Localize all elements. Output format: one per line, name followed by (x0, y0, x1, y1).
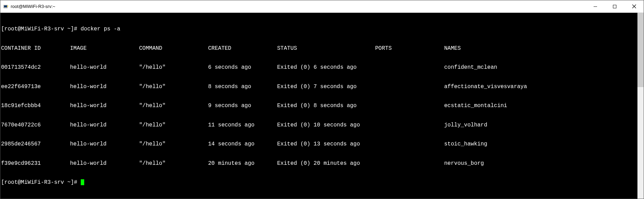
svg-rect-1 (4, 6, 7, 7)
prompt: [root@MiWiFi-R3-srv ~]# (1, 26, 80, 32)
cell-container-id: 2985de246567 (1, 141, 70, 148)
window-controls (586, 0, 644, 12)
cell-created: 6 seconds ago (208, 64, 277, 71)
cell-created: 20 minutes ago (208, 160, 277, 167)
table-row: 18c91efcbbb4hello-world"/hello"9 seconds… (1, 103, 637, 109)
cell-image: hello-world (70, 141, 139, 148)
cell-ports (375, 64, 444, 71)
cell-names: confident_mclean (444, 64, 637, 71)
header-image: IMAGE (70, 45, 139, 52)
cell-image: hello-world (70, 122, 139, 129)
cell-names: nervous_borg (444, 160, 637, 167)
command-line-2: [root@MiWiFi-R3-srv ~]# (1, 179, 637, 186)
cell-ports (375, 141, 444, 148)
table-row: f39e9cd96231hello-world"/hello"20 minute… (1, 160, 637, 167)
close-button[interactable] (624, 0, 644, 12)
cell-status: Exited (0) 20 minutes ago (277, 160, 375, 167)
command-line-1: [root@MiWiFi-R3-srv ~]# docker ps -a (1, 26, 637, 32)
command-text: docker ps -a (80, 26, 120, 32)
maximize-button[interactable] (605, 0, 624, 12)
cell-status: Exited (0) 7 seconds ago (277, 84, 375, 90)
cell-command: "/hello" (139, 103, 208, 109)
scrollbar-thumb[interactable] (637, 13, 644, 87)
cell-names: stoic_hawking (444, 141, 637, 148)
cell-ports (375, 160, 444, 167)
header-command: COMMAND (139, 45, 208, 52)
table-row: 001713574dc2hello-world"/hello"6 seconds… (1, 64, 637, 71)
header-container-id: CONTAINER ID (1, 45, 70, 52)
cell-command: "/hello" (139, 64, 208, 71)
cell-ports (375, 103, 444, 109)
cell-container-id: 18c91efcbbb4 (1, 103, 70, 109)
cell-names: affectionate_visvesvaraya (444, 84, 637, 90)
cell-status: Exited (0) 13 seconds ago (277, 141, 375, 148)
cell-status: Exited (0) 10 seconds ago (277, 122, 375, 129)
vertical-scrollbar[interactable] (637, 13, 644, 199)
cell-command: "/hello" (139, 160, 208, 167)
table-row: ee22f649713ehello-world"/hello"8 seconds… (1, 84, 637, 90)
cell-names: ecstatic_montalcini (444, 103, 637, 109)
cell-container-id: 7670e40722c6 (1, 122, 70, 129)
cell-created: 14 seconds ago (208, 141, 277, 148)
cell-image: hello-world (70, 103, 139, 109)
prompt: [root@MiWiFi-R3-srv ~]# (1, 179, 80, 186)
cursor (81, 179, 84, 185)
header-names: NAMES (444, 45, 637, 52)
header-created: CREATED (208, 45, 277, 52)
table-row: 2985de246567hello-world"/hello"14 second… (1, 141, 637, 148)
cell-created: 8 seconds ago (208, 84, 277, 90)
cell-command: "/hello" (139, 141, 208, 148)
window-titlebar: root@MiWiFi-R3-srv:~ (0, 0, 644, 13)
svg-rect-4 (613, 5, 616, 8)
cell-command: "/hello" (139, 84, 208, 90)
cell-created: 11 seconds ago (208, 122, 277, 129)
cell-names: jolly_volhard (444, 122, 637, 129)
minimize-button[interactable] (586, 0, 605, 12)
header-status: STATUS (277, 45, 375, 52)
cell-created: 9 seconds ago (208, 103, 277, 109)
cell-ports (375, 84, 444, 90)
cell-container-id: f39e9cd96231 (1, 160, 70, 167)
cell-ports (375, 122, 444, 129)
cell-container-id: ee22f649713e (1, 84, 70, 90)
window-title: root@MiWiFi-R3-srv:~ (11, 4, 586, 9)
header-ports: PORTS (375, 45, 444, 52)
table-header-row: CONTAINER IDIMAGECOMMANDCREATEDSTATUSPOR… (1, 45, 637, 52)
cell-status: Exited (0) 6 seconds ago (277, 64, 375, 71)
table-row: 7670e40722c6hello-world"/hello"11 second… (1, 122, 637, 129)
cell-image: hello-world (70, 64, 139, 71)
putty-icon (3, 4, 9, 9)
cell-image: hello-world (70, 160, 139, 167)
cell-image: hello-world (70, 84, 139, 90)
cell-command: "/hello" (139, 122, 208, 129)
terminal-output[interactable]: [root@MiWiFi-R3-srv ~]# docker ps -a CON… (0, 13, 637, 199)
cell-status: Exited (0) 8 seconds ago (277, 103, 375, 109)
cell-container-id: 001713574dc2 (1, 64, 70, 71)
